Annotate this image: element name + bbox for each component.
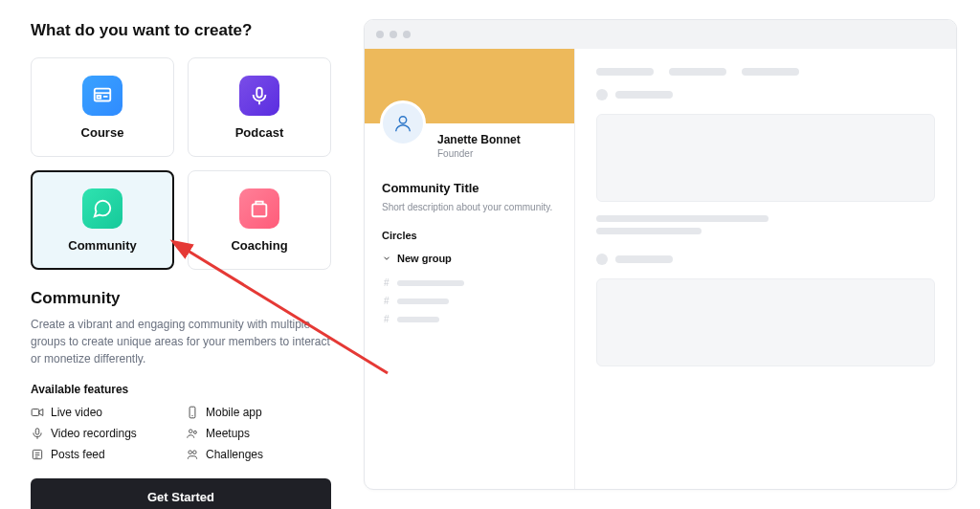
mobile-icon (186, 406, 199, 419)
svg-rect-7 (32, 409, 39, 416)
new-group-label: New group (397, 253, 452, 264)
community-description: Short description about your community. (382, 201, 557, 214)
feature-label: Live video (51, 406, 102, 419)
user-icon (392, 113, 413, 134)
features-heading: Available features (31, 383, 331, 396)
users-icon (186, 427, 199, 440)
nav-placeholder (596, 68, 654, 76)
post-header (596, 254, 935, 265)
post-card (596, 278, 935, 366)
svg-rect-9 (189, 407, 195, 418)
text-placeholder (596, 228, 702, 234)
browser-frame: Janette Bonnet Founder Community Title S… (364, 19, 957, 490)
card-community-label: Community (68, 238, 137, 253)
create-panel: What do you want to create? Course Podca… (0, 0, 345, 509)
selection-description: Create a vibrant and engaging community … (31, 316, 331, 367)
browser-bar (365, 20, 956, 49)
svg-point-20 (193, 451, 197, 454)
svg-rect-11 (35, 429, 39, 434)
preview-sidebar: Janette Bonnet Founder Community Title S… (365, 49, 575, 489)
svg-marker-8 (39, 409, 43, 416)
coaching-icon (239, 188, 279, 229)
new-group-row[interactable]: New group (382, 253, 557, 264)
svg-point-13 (189, 430, 193, 433)
window-dot (390, 31, 397, 38)
svg-point-19 (189, 451, 192, 454)
feature-label: Challenges (206, 448, 263, 461)
feature-label: Posts feed (51, 448, 105, 461)
feature-challenges: Challenges (186, 448, 331, 461)
course-icon (82, 76, 122, 116)
preview-feed (575, 49, 956, 489)
text-placeholder (615, 255, 673, 263)
community-block: Community Title Short description about … (365, 167, 574, 338)
card-course[interactable]: Course (31, 57, 174, 157)
window-dot (376, 31, 384, 38)
svg-rect-6 (253, 204, 267, 216)
svg-point-14 (193, 431, 196, 433)
nav-placeholder (742, 68, 799, 76)
card-podcast[interactable]: Podcast (188, 57, 331, 157)
feature-meetups: Meetups (186, 427, 331, 440)
card-grid: Course Podcast Community Coaching (31, 57, 331, 270)
card-coaching-label: Coaching (231, 238, 287, 253)
svg-rect-3 (98, 96, 101, 99)
preview-body: Janette Bonnet Founder Community Title S… (365, 49, 956, 489)
page-root: What do you want to create? Course Podca… (0, 0, 980, 509)
mic-icon (31, 427, 44, 440)
feature-mobile-app: Mobile app (186, 406, 331, 419)
card-community[interactable]: Community (31, 170, 174, 270)
get-started-button[interactable]: Get Started (31, 478, 331, 509)
text-placeholder (615, 91, 673, 99)
post-header (596, 89, 935, 100)
circle-placeholder: # (382, 296, 557, 306)
feature-live-video: Live video (31, 406, 176, 419)
post-meta (596, 215, 935, 240)
svg-point-21 (399, 117, 406, 123)
preview-panel: Janette Bonnet Founder Community Title S… (345, 0, 980, 509)
community-title: Community Title (382, 181, 557, 195)
card-podcast-label: Podcast (235, 125, 284, 140)
feature-label: Video recordings (51, 427, 137, 440)
community-icon (82, 188, 122, 229)
user-name: Janette Bonnet (437, 133, 559, 146)
card-course-label: Course (81, 125, 124, 140)
circle-placeholder: # (382, 277, 557, 288)
avatar (380, 100, 426, 146)
user-role: Founder (437, 148, 559, 159)
selection-title: Community (31, 289, 331, 308)
chevron-down-icon (382, 254, 391, 263)
feature-label: Meetups (206, 427, 250, 440)
circles-label: Circles (382, 230, 557, 241)
window-dot (403, 31, 411, 38)
avatar-placeholder (596, 254, 608, 265)
feature-label: Mobile app (206, 406, 262, 419)
trophy-icon (186, 448, 199, 461)
feature-video-recordings: Video recordings (31, 427, 176, 440)
nav-placeholder (669, 68, 726, 76)
panel-heading: What do you want to create? (31, 21, 331, 40)
circle-placeholder: # (382, 314, 557, 324)
svg-rect-4 (256, 87, 262, 97)
video-icon (31, 406, 44, 419)
feed-icon (31, 448, 44, 461)
avatar-placeholder (596, 89, 608, 100)
feature-posts-feed: Posts feed (31, 448, 176, 461)
preview-topnav (596, 68, 935, 76)
podcast-icon (239, 76, 279, 116)
text-placeholder (596, 215, 768, 222)
card-coaching[interactable]: Coaching (188, 170, 331, 270)
post-card (596, 114, 935, 202)
features-grid: Live video Mobile app Video recordings M… (31, 406, 331, 461)
